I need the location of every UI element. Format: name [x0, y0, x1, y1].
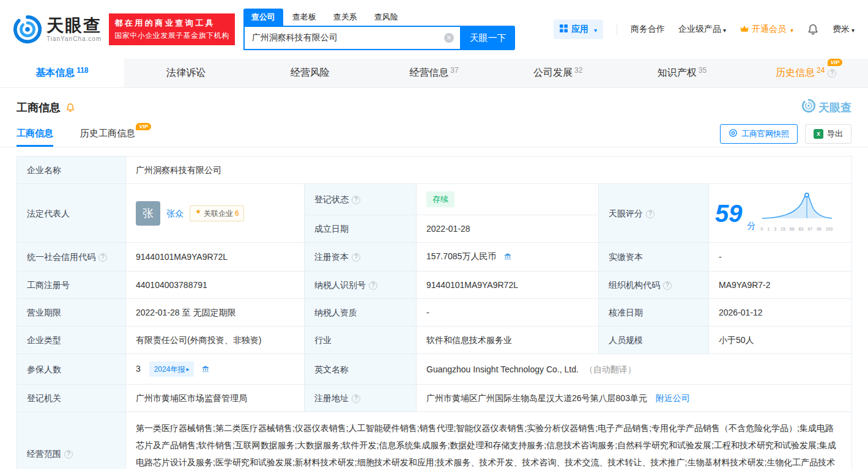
search-tab-boss[interactable]: 查老板 — [284, 9, 324, 26]
address-label: 注册地址 — [305, 385, 417, 412]
nav-user[interactable]: 费米 — [833, 24, 855, 35]
table-row: 参保人数 3 2024年报 英文名称 Guangzhou Insight Tec… — [17, 354, 852, 385]
export-label: 导出 — [827, 128, 843, 139]
score-value: 59 — [715, 201, 743, 226]
tab-label: 历史信息 — [776, 67, 815, 79]
help-icon[interactable] — [352, 394, 360, 403]
notification-bell-icon[interactable] — [807, 23, 819, 35]
insured-label: 参保人数 — [17, 354, 126, 385]
watermark-text: 天眼查 — [818, 100, 851, 115]
tab-legal-litigation[interactable]: 法律诉讼 — [124, 59, 248, 87]
credit-code-value: 91440101MA9YA9R72L — [126, 243, 305, 271]
tianyancha-watermark-icon — [802, 99, 815, 116]
taxpayer-id-label: 纳税人识别号 — [305, 271, 417, 299]
help-icon[interactable] — [663, 281, 672, 290]
search-input[interactable] — [245, 27, 460, 49]
annual-report-badge[interactable]: 2024年报 — [149, 361, 195, 377]
nav-enterprise-products[interactable]: 企业级产品 — [678, 24, 726, 35]
tab-history-info[interactable]: VIP 历史信息 24 — [744, 59, 868, 87]
tab-company-development[interactable]: 公司发展 32 — [496, 59, 620, 87]
apps-menu[interactable]: 应用 — [554, 20, 603, 39]
related-companies-tag[interactable]: 关联企业 6 — [190, 205, 244, 221]
business-term-label: 营业期限 — [17, 299, 126, 327]
logo-text: 天眼查 TianYanCha.com — [46, 17, 102, 42]
search-block: 查公司 查老板 查关系 查风险 天眼一下 — [243, 9, 515, 50]
search-tab-risk[interactable]: 查风险 — [366, 9, 406, 26]
staff-size-value: 小于50人 — [709, 327, 852, 354]
search-row: 天眼一下 — [243, 26, 515, 50]
avatar[interactable]: 张 — [136, 201, 160, 226]
table-row: 企业类型 有限责任公司(外商投资、非独资) 行业 软件和信息技术服务业 人员规模… — [17, 327, 852, 354]
tab-label: 经营风险 — [291, 67, 330, 79]
search-button[interactable]: 天眼一下 — [461, 26, 515, 50]
help-icon[interactable] — [352, 253, 360, 262]
help-icon[interactable] — [828, 69, 836, 78]
business-info-table: 企业名称 广州洞察科技有限公司 法定代表人 张 张众 关联企业 6 登记状态 存… — [17, 156, 852, 469]
industry-value: 软件和信息技术服务业 — [417, 327, 599, 354]
nearby-companies-link[interactable]: 附近公司 — [656, 393, 690, 403]
tianyancha-logo-icon — [13, 15, 42, 43]
reg-status-cell: 存续 — [417, 184, 599, 215]
tab-operation-risk[interactable]: 经营风险 — [248, 59, 372, 87]
reg-capital-cell: 157.7085万人民币 — [417, 243, 599, 271]
business-term-value: 2022-01-28 至 无固定期限 — [126, 299, 305, 327]
related-companies-count: 6 — [235, 207, 239, 220]
tianyancha-logo[interactable]: 天眼查 TianYanCha.com — [13, 15, 102, 43]
help-icon[interactable] — [352, 196, 360, 204]
section-head: 工商信息 天眼查 — [0, 99, 868, 116]
help-icon[interactable] — [98, 253, 107, 262]
company-name-value: 广州洞察科技有限公司 — [126, 157, 852, 184]
approval-date-label: 核准日期 — [599, 299, 709, 327]
capital-assess-icon[interactable] — [503, 251, 512, 264]
registry-value: 广州市黄埔区市场监督管理局 — [126, 385, 305, 412]
insured-cell: 3 2024年报 — [126, 354, 305, 385]
capital-assess-icon[interactable] — [201, 364, 210, 376]
snapshot-label: 工商官网快照 — [741, 128, 789, 139]
insured-count: 3 — [136, 364, 141, 374]
tab-label: 公司发展 — [533, 67, 573, 79]
tab-operation-info[interactable]: 经营信息 37 — [372, 59, 496, 87]
help-icon[interactable] — [64, 450, 73, 459]
help-icon[interactable] — [369, 281, 377, 290]
tab-intellectual-property[interactable]: 知识产权 35 — [620, 59, 744, 87]
tab-count: 37 — [450, 66, 458, 75]
english-name-cell: Guangzhou Insight Technology Co., Ltd. （… — [417, 354, 852, 385]
nav-cooperation[interactable]: 商务合作 — [631, 24, 665, 35]
divider — [617, 24, 617, 35]
caret-down-icon — [850, 24, 855, 34]
english-name-label: 英文名称 — [305, 354, 417, 385]
legal-rep-link[interactable]: 张众 — [166, 207, 184, 220]
annual-report-arrow-icon — [185, 363, 189, 375]
reg-number-label: 工商注册号 — [17, 271, 126, 299]
search-tab-company[interactable]: 查公司 — [243, 9, 283, 26]
tab-count: 24 — [817, 66, 825, 75]
top-header: 天眼查 TianYanCha.com 都在用的商业查询工具 国家中小企业发展子基… — [0, 0, 868, 59]
company-section-tabs: 基本信息 118 法律诉讼 经营风险 经营信息 37 公司发展 32 知识产权 … — [0, 59, 868, 88]
vip-badge: VIP — [136, 123, 151, 130]
score-label: 天眼评分 — [599, 184, 709, 243]
caret-down-icon — [788, 24, 793, 34]
org-code-value: MA9YA9R7-2 — [709, 271, 852, 299]
official-snapshot-button[interactable]: 工商官网快照 — [720, 124, 798, 144]
search-tab-relation[interactable]: 查关系 — [325, 9, 365, 26]
help-icon[interactable] — [646, 210, 655, 218]
paid-capital-value: - — [709, 243, 852, 271]
subtab-history-business-info[interactable]: 历史工商信息 VIP — [80, 120, 135, 147]
nav-open-vip[interactable]: 开通会员 — [740, 24, 793, 35]
apps-grid-icon — [560, 24, 568, 34]
taxpayer-id-value: 91440101MA9YA9R72L — [417, 271, 599, 299]
subscribe-bell-icon[interactable] — [65, 103, 75, 113]
tianyancha-watermark: 天眼查 — [802, 99, 851, 116]
tab-basic-info[interactable]: 基本信息 118 — [0, 59, 124, 87]
subtab-business-info[interactable]: 工商信息 — [17, 120, 53, 147]
slogan-line2: 国家中小企业发展子基金旗下机构 — [114, 30, 229, 42]
export-button[interactable]: 导出 — [805, 124, 851, 144]
logo-domain-text: TianYanCha.com — [46, 35, 102, 42]
staff-size-label: 人员规模 — [599, 327, 709, 354]
nav-enterprise-label: 企业级产品 — [678, 24, 721, 35]
clear-search-icon[interactable] — [444, 33, 454, 43]
table-row: 企业名称 广州洞察科技有限公司 — [17, 157, 852, 184]
nav-user-label: 费米 — [833, 24, 850, 35]
company-type-value: 有限责任公司(外商投资、非独资) — [126, 327, 305, 354]
caret-down-icon — [721, 24, 726, 34]
